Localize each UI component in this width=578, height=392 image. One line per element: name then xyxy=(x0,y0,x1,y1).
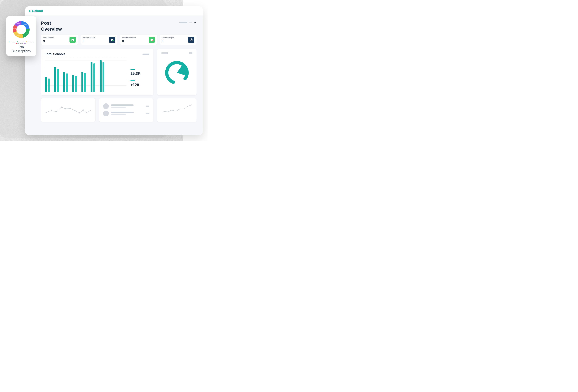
gauge-chart xyxy=(161,54,193,92)
stat-card-inactive-schools[interactable]: Inactive Schools0 xyxy=(120,35,157,45)
brand-logo[interactable]: E-School xyxy=(29,9,43,13)
bar-series-b xyxy=(102,62,104,92)
bar-pair xyxy=(54,67,59,92)
metric-primary-value: 25,3K xyxy=(131,71,149,76)
stat-label: Total Schools xyxy=(43,37,54,39)
wire-line-panel-1 xyxy=(41,98,95,122)
bar-pair xyxy=(100,60,104,92)
metric-secondary: +120 xyxy=(131,80,149,87)
legend-item: Postpaid Package xyxy=(17,41,25,42)
avatar-icon xyxy=(103,111,109,116)
bar-pair xyxy=(72,75,77,92)
stat-value: 9 xyxy=(43,39,54,43)
placeholder-bar xyxy=(111,107,126,108)
svg-point-9 xyxy=(70,108,71,109)
bar-series-a xyxy=(63,72,65,92)
svg-point-6 xyxy=(56,111,57,112)
main-panels-row: Total Schools 25,3K +120 xyxy=(25,45,203,95)
donut-slice-label: 25.0% xyxy=(17,35,20,36)
bar-series-a xyxy=(91,62,93,92)
bar-pair xyxy=(81,72,86,92)
gauge-panel xyxy=(157,49,196,95)
bar-series-a xyxy=(81,72,83,92)
metric-secondary-value: +120 xyxy=(131,83,149,87)
school-off-icon xyxy=(148,37,155,43)
page-title-line2: Overview xyxy=(41,26,62,32)
legend-item: Titanum Package xyxy=(26,41,34,42)
list-item[interactable] xyxy=(103,103,149,109)
legend-swatch-icon xyxy=(26,41,27,42)
bar-series-b xyxy=(75,76,77,92)
legend-item: Test xyxy=(24,43,26,44)
svg-point-7 xyxy=(61,107,62,108)
chevron-down-icon xyxy=(194,21,196,24)
header-filter[interactable] xyxy=(179,20,196,24)
stat-label: Inactive Schools xyxy=(122,37,136,39)
placeholder-bar xyxy=(179,22,187,23)
bar-series-a xyxy=(72,75,74,92)
donut-legend: Prepaid PackagePostpaid PackageTitanum P… xyxy=(8,41,34,44)
bar-series-b xyxy=(48,78,50,92)
float-title-line1: Total xyxy=(18,45,25,49)
placeholder-bar xyxy=(145,113,149,114)
bar-pair xyxy=(63,72,68,92)
svg-point-8 xyxy=(65,108,66,109)
school-check-icon xyxy=(109,37,115,43)
placeholder-bar xyxy=(189,22,192,23)
series-swatch-a xyxy=(131,69,135,70)
total-subscriptions-card: 25.0%25.0%25.0%16.7%16.7% Prepaid Packag… xyxy=(6,16,36,56)
svg-point-11 xyxy=(79,112,80,113)
bar-chart-metrics: 25,3K +120 xyxy=(131,69,149,92)
page-title: Post Overview xyxy=(41,20,62,32)
legend-item: Basic Package xyxy=(16,43,23,44)
bar-pair xyxy=(45,77,50,92)
stat-cards-row: Total Schools9Active Schools9Inactive Sc… xyxy=(25,35,203,45)
placeholder-bar xyxy=(111,114,126,115)
placeholder-bar xyxy=(145,106,149,107)
svg-point-5 xyxy=(51,110,52,111)
stat-value: 5 xyxy=(162,39,174,43)
donut-slice-label: 16.7% xyxy=(13,28,16,29)
stat-label: Total Packages xyxy=(162,37,174,39)
sparkline-icon xyxy=(161,102,193,116)
svg-point-13 xyxy=(86,112,87,113)
school-icon xyxy=(69,37,76,43)
bar-series-b xyxy=(57,69,59,92)
placeholder-bar xyxy=(189,52,193,54)
wire-list-panel xyxy=(99,98,153,122)
float-card-title: Total Subscriptions xyxy=(8,45,34,53)
series-swatch-b xyxy=(131,80,135,81)
subscriptions-donut-chart: 25.0%25.0%25.0%16.7%16.7% xyxy=(10,19,32,40)
svg-point-14 xyxy=(90,110,91,111)
stat-card-total-packages[interactable]: Total Packages5 xyxy=(160,35,197,45)
bar-pair xyxy=(91,62,95,92)
bar-series-a xyxy=(100,60,101,92)
placeholder-bar xyxy=(111,112,134,113)
legend-swatch-icon xyxy=(16,43,17,44)
metric-primary: 25,3K xyxy=(131,69,149,76)
stat-value: 9 xyxy=(83,39,95,43)
stat-value: 0 xyxy=(122,39,136,43)
sparkline-icon xyxy=(45,102,91,116)
wire-line-panel-2 xyxy=(157,98,196,122)
bar-series-b xyxy=(66,74,68,92)
content-area: Post Overview Total Schools9Active Schoo… xyxy=(25,16,203,135)
bottom-panels-row xyxy=(25,95,203,122)
list-item[interactable] xyxy=(103,111,149,116)
stat-card-active-schools[interactable]: Active Schools9 xyxy=(81,35,118,45)
donut-slice-label: 16.7% xyxy=(17,23,20,24)
bar-chart xyxy=(45,57,126,92)
stat-card-total-schools[interactable]: Total Schools9 xyxy=(41,35,78,45)
bar-series-a xyxy=(54,67,56,92)
placeholder-bar xyxy=(143,54,149,55)
svg-point-10 xyxy=(74,110,75,111)
page-title-line1: Post xyxy=(41,20,51,26)
svg-point-4 xyxy=(46,112,47,113)
bar-series-b xyxy=(94,63,95,92)
topbar: E-School xyxy=(25,6,203,16)
float-title-line2: Subscriptions xyxy=(12,49,31,53)
overview-header: Post Overview xyxy=(25,16,203,35)
legend-item: Prepaid Package xyxy=(9,41,16,42)
total-schools-panel: Total Schools 25,3K +120 xyxy=(41,49,153,95)
donut-slice-label: 25.0% xyxy=(25,33,28,34)
